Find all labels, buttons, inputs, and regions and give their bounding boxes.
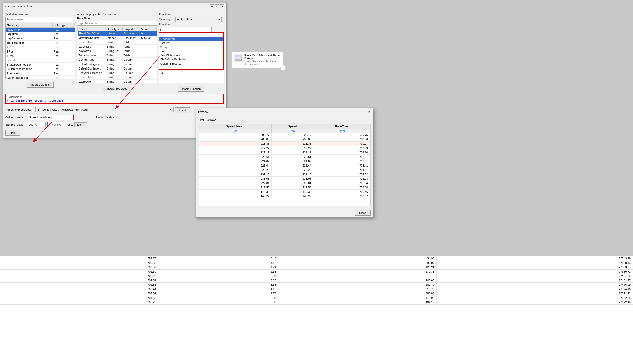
- top-columns: Available columns: Name ▲ Data Type Race…: [5, 13, 224, 92]
- dataset-add-button[interactable]: +: [280, 65, 286, 70]
- preview-cell: 231.15: [271, 172, 313, 177]
- help-button[interactable]: Help: [5, 130, 20, 136]
- col-type-cell: Real: [53, 32, 75, 36]
- preview-cell: 233.05: [271, 177, 313, 181]
- bottom-data-row: 699.750.4834.9327243.29: [0, 256, 633, 261]
- column-row[interactable]: LapDistanceReal: [6, 36, 75, 41]
- bottom-cell: 704.01: [0, 291, 158, 296]
- column-row[interactable]: ZPosReal: [6, 49, 75, 54]
- property-row[interactable]: KeywordsString ListTable: [78, 49, 157, 53]
- property-row[interactable]: ExpressionStringColumn: [78, 80, 157, 83]
- preview-button[interactable]: Preview: [47, 122, 64, 127]
- preview-col-header: Speed: [271, 124, 313, 129]
- preview-table-container: SpeedLinea...SpeedRaceTime RealRealReal …: [199, 124, 371, 206]
- property-row[interactable]: DescriptionStringTable: [78, 40, 157, 45]
- preview-cell: 704.62: [313, 172, 370, 177]
- property-row[interactable]: DefaultContinuo...StringColumn: [78, 66, 157, 71]
- function-list-item[interactable]: Search: [159, 41, 223, 45]
- preview-cell: 229.26: [199, 168, 272, 172]
- minimize-button[interactable]: —: [210, 4, 214, 8]
- property-row[interactable]: DefaultCategoric...StringColumn: [78, 62, 157, 66]
- prop-header-name[interactable]: Name: [78, 27, 106, 31]
- function-list-item[interactable]: AutoBinNumeric: [159, 53, 223, 57]
- bottom-cell: 2.94: [158, 274, 278, 278]
- column-row[interactable]: XPosReal: [6, 45, 75, 49]
- dataset-icon: [234, 54, 242, 62]
- column-row[interactable]: ClutchPedalPositionReal: [6, 67, 75, 71]
- property-row[interactable]: DerivedExpressionStringColumn: [78, 71, 157, 75]
- bottom-cell: 702.20: [0, 274, 158, 278]
- insert-columns-button[interactable]: Insert Columns: [27, 82, 54, 88]
- column-name-input[interactable]: [28, 115, 74, 120]
- preview-subtitle: First 100 rows: [199, 118, 371, 122]
- category-select[interactable]: All functions: [175, 17, 222, 22]
- preview-cell: 208.06: [271, 137, 313, 142]
- maximize-button[interactable]: □: [215, 4, 219, 8]
- preview-cell: 208.06: [199, 137, 272, 142]
- function-list-item[interactable]: LIF: [159, 33, 223, 37]
- bottom-cell: 34.93: [278, 256, 437, 261]
- sample-row: Sample result: Preview Type: Real: [5, 122, 224, 127]
- prop-header-prop[interactable]: Property ...: [122, 27, 140, 31]
- preview-row: 222.61222.61702.51: [199, 155, 370, 159]
- function-search-input[interactable]: [159, 27, 212, 32]
- prop-value-cell: [140, 45, 156, 49]
- bottom-data-row: 705.235.98464.1227672.48: [0, 300, 633, 305]
- column-row[interactable]: RaceTimeReal: [6, 28, 75, 32]
- preview-close-button[interactable]: Close: [355, 210, 371, 216]
- prop-header-type[interactable]: Data Type: [106, 27, 123, 31]
- col-type-cell: Real: [53, 71, 75, 76]
- column-row[interactable]: YPosReal: [6, 54, 75, 58]
- prop-prop-cell: Table: [122, 45, 140, 49]
- preview-row: 224.02224.02702.81: [199, 159, 370, 163]
- bottom-cell: 700.36: [0, 261, 158, 265]
- insert-function-button[interactable]: Insert Function: [178, 86, 205, 92]
- function-list-item[interactable]: $map: [159, 45, 223, 49]
- column-row[interactable]: GasPedalPositionReal: [6, 76, 75, 80]
- insert-properties-button[interactable]: Insert Properties: [103, 86, 131, 91]
- column-row[interactable]: TotalDistanceReal: [6, 41, 75, 45]
- preview-cell: 229.26: [271, 168, 313, 172]
- col-type-cell: Real: [53, 36, 75, 41]
- column-row[interactable]: LapTimeReal: [6, 32, 75, 36]
- bottom-cell: 219.48: [278, 274, 437, 278]
- columns-search-input[interactable]: [5, 17, 75, 22]
- bottom-cell: 315.79: [278, 287, 437, 291]
- function-list-item[interactable]: BinBySpecificLimits: [159, 57, 223, 62]
- preview-close-icon-button[interactable]: ✕: [367, 110, 371, 114]
- function-list-item[interactable]: LinearInterp: [159, 37, 223, 41]
- bottom-cell: 701.59: [0, 270, 158, 274]
- recent-insert-button[interactable]: Insert: [175, 107, 190, 113]
- col-header-name[interactable]: Name ▲: [6, 23, 53, 28]
- properties-column-name: RaceTime: [77, 17, 157, 20]
- sample-label: Sample result:: [5, 123, 26, 126]
- functions-label: Functions: [159, 13, 224, 16]
- property-row[interactable]: ContentTypeStringColumn: [78, 58, 157, 62]
- prop-prop-cell: Column: [122, 71, 140, 75]
- bottom-cell: 27427.85: [437, 274, 633, 278]
- property-row[interactable]: TransformationStringTable: [78, 53, 157, 58]
- prop-header-value[interactable]: Value: [140, 27, 156, 31]
- preview-cell: 701.59: [313, 146, 370, 150]
- function-list-item[interactable]: ColumnPreset...: [159, 62, 223, 66]
- properties-search-input[interactable]: [77, 21, 157, 26]
- column-row[interactable]: BrakePedalPositionReal: [6, 63, 75, 67]
- col-name-cell: LapTime: [6, 32, 53, 36]
- recent-select[interactable]: If( [Age] is NULL , [PclassAvgAge], [Age…: [35, 107, 174, 112]
- prop-value-cell: [140, 49, 156, 53]
- bottom-data-table: 699.750.4834.9327243.29700.361.1080.0727…: [0, 256, 633, 305]
- close-button[interactable]: ✕: [220, 4, 224, 8]
- property-row[interactable]: MaxMissingTime...IntegerDocument500000: [78, 36, 157, 40]
- column-row[interactable]: SpeedReal: [6, 58, 75, 63]
- function-list-item[interactable]: ~=: [159, 49, 223, 53]
- property-row[interactable]: DescriptionStringColumn: [78, 75, 157, 80]
- prop-name-cell: DefaultCategoric...: [78, 62, 106, 66]
- column-row[interactable]: FuelLevelReal: [6, 71, 75, 76]
- main-dialog-titlebar: Add calculated column — □ ✕: [3, 3, 226, 10]
- property-row[interactable]: ExternalIdStringTable: [78, 45, 157, 49]
- function-list-container: LIFLinearInterpSearch$map~=AutoBinNumeri…: [159, 32, 224, 70]
- bottom-cell: 4.15: [158, 287, 278, 291]
- col-header-type[interactable]: Data Type: [53, 23, 75, 28]
- bottom-cell: 702.51: [0, 278, 158, 283]
- property-row[interactable]: FiscalYearOffsetIntegerDocument0: [78, 31, 157, 36]
